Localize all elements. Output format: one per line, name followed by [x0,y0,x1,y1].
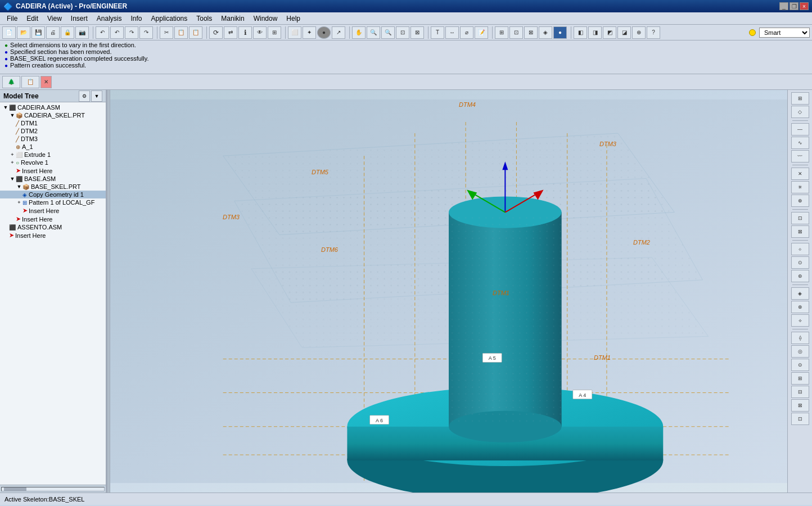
menu-analysis[interactable]: Analysis [92,13,127,24]
rp-btn-17[interactable]: ⟠ [791,332,809,344]
info-btn[interactable]: ℹ [238,26,252,39]
rp-btn-10[interactable]: ⊠ [791,225,809,238]
rp-btn-1[interactable]: ⊞ [791,92,809,105]
sphere-btn[interactable]: ● [317,26,331,39]
rp-btn-18[interactable]: ◎ [791,345,809,358]
rp-btn-11[interactable]: ⟐ [791,243,809,255]
shading3-btn[interactable]: ◩ [603,26,616,39]
tree-item-dtm2[interactable]: ╱ DTM2 [0,127,106,135]
expand-pattern1[interactable]: + [16,199,22,206]
menu-help[interactable]: Help [282,13,305,24]
rp-btn-4[interactable]: ∿ [791,137,809,149]
tree-item-a1[interactable]: ⊕ A_1 [0,143,106,151]
help-btn[interactable]: ? [647,26,660,39]
undo-button[interactable]: ↶ [96,26,109,39]
tree-expand-btn[interactable]: ▼ [91,91,102,102]
minimize-button[interactable]: _ [779,2,788,10]
tree-item-copy-geom[interactable]: ◈ Copy Geometry id 1 [0,191,106,198]
copy-button[interactable]: 📋 [174,26,188,39]
rdim-btn[interactable]: ⌀ [460,26,473,39]
pan-btn[interactable]: ✋ [352,26,366,39]
display3-btn[interactable]: ⊠ [524,26,538,39]
expand-cadeira-asm[interactable]: ▼ [2,104,9,111]
rp-btn-20[interactable]: ⊞ [791,372,809,385]
tree-item-cadeira-skel[interactable]: ▼ 📦 CADEIRA_SKEL.PRT [0,111,106,119]
rp-btn-19[interactable]: ⊝ [791,359,809,371]
zoom-rect-btn[interactable]: ⊠ [410,26,424,39]
rp-btn-3[interactable]: — [791,123,809,135]
menu-window[interactable]: Window [249,13,282,24]
menu-applications[interactable]: Applications [147,13,192,24]
menu-info[interactable]: Info [127,13,147,24]
rp-btn-22[interactable]: ⊠ [791,399,809,412]
paste-button[interactable]: 📋 [189,26,202,39]
regenerate-button[interactable]: ⟳ [209,26,223,39]
note-btn[interactable]: 📝 [475,26,488,39]
tree-item-pattern1[interactable]: + ⊞ Pattern 1 of LOCAL_GF [0,198,106,206]
title-bar-controls[interactable]: _ ❐ × [779,2,809,10]
text-btn[interactable]: T [431,26,444,39]
menu-view[interactable]: View [43,13,66,24]
cut-button[interactable]: ✂ [160,26,173,39]
tree-item-insert2[interactable]: ➤ Insert Here [0,206,106,215]
rp-btn-16[interactable]: ⟡ [791,314,809,327]
tree-item-insert1[interactable]: ➤ Insert Here [0,166,106,175]
expand-base-asm[interactable]: ▼ [9,175,16,182]
tree-item-assento-asm[interactable]: ⬛ ASSENTO.ASM [0,223,106,231]
rp-btn-12[interactable]: ⊙ [791,256,809,269]
expand-base-skel[interactable]: ▼ [16,183,22,190]
shading4-btn[interactable]: ◪ [617,26,631,39]
display5-btn[interactable]: ● [553,26,567,39]
view-btn[interactable]: 👁 [253,26,267,39]
save-button[interactable]: 💾 [31,26,45,39]
zoom-out-btn[interactable]: 🔍 [381,26,395,39]
layer-tab-btn[interactable]: 📋 [21,76,39,88]
display4-btn[interactable]: ◈ [539,26,552,39]
view2-btn[interactable]: ⊞ [268,26,281,39]
redo2-button[interactable]: ↷ [139,26,153,39]
menu-tools[interactable]: Tools [192,13,216,24]
zoom-in-btn[interactable]: 🔍 [367,26,380,39]
tree-item-insert4[interactable]: ➤ Insert Here [0,231,106,240]
tree-item-revolve1[interactable]: + ○ Revolve 1 [0,159,106,166]
display2-btn[interactable]: ⊡ [509,26,523,39]
open-button[interactable]: 📂 [17,26,30,39]
rp-btn-14[interactable]: ◈ [791,287,809,300]
tree-settings-btn[interactable]: ⚙ [79,91,90,102]
redo-button[interactable]: ↷ [125,26,138,39]
menu-edit[interactable]: Edit [22,13,43,24]
menu-file[interactable]: File [2,13,22,24]
tree-item-base-skel[interactable]: ▼ 📦 BASE_SKEL.PRT [0,183,106,191]
detail-tab-btn[interactable]: ✕ [40,76,52,88]
arrow-btn[interactable]: ↗ [332,26,345,39]
point-btn[interactable]: ✦ [303,26,316,39]
display1-btn[interactable]: ⊞ [495,26,508,39]
tree-item-insert3[interactable]: ➤ Insert Here [0,215,106,223]
menu-insert[interactable]: Insert [66,13,92,24]
shading1-btn[interactable]: ◧ [574,26,587,39]
scroll-track[interactable] [1,487,105,491]
close-button[interactable]: × [800,2,809,10]
rp-btn-7[interactable]: ✳ [791,181,809,193]
rp-btn-8[interactable]: ⊕ [791,195,809,207]
tree-item-dtm3[interactable]: ╱ DTM3 [0,135,106,143]
sketch-btn[interactable]: ⬜ [288,26,301,39]
viewport-3d[interactable]: A 5 A 4 A 6 DTM4 DTM3 DTM5 DTM3 DTM6 DTM… [110,90,787,493]
tree-item-dtm1[interactable]: ╱ DTM1 [0,119,106,127]
tree-item-cadeira-asm[interactable]: ▼ ⬛ CADEIRA.ASM [0,103,106,111]
camera-button[interactable]: 📷 [75,26,89,39]
undo2-button[interactable]: ↶ [110,26,124,39]
tree-item-extrude1[interactable]: + ⬜ Extrude 1 [0,151,106,159]
zoom-fit-btn[interactable]: ⊡ [396,26,409,39]
expand-cadeira-skel[interactable]: ▼ [9,112,16,119]
tree-tab-btn[interactable]: 🌲 [2,76,20,88]
restore-button[interactable]: ❐ [790,2,799,10]
rp-btn-13[interactable]: ⊛ [791,270,809,282]
shading5-btn[interactable]: ⊕ [632,26,646,39]
menu-manikin[interactable]: Manikin [216,13,249,24]
scroll-thumb[interactable] [4,487,26,491]
rp-btn-21[interactable]: ⊟ [791,386,809,398]
rp-btn-6[interactable]: ✕ [791,168,809,180]
tree-scrollbar[interactable] [0,485,106,493]
print-button[interactable]: 🖨 [46,26,60,39]
